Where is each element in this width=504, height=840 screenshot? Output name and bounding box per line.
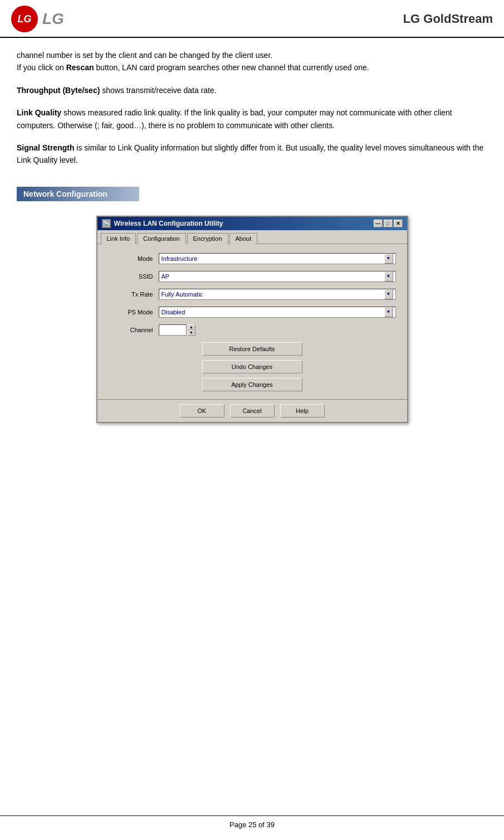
channel-row: Channel ▲ ▼ <box>109 324 396 336</box>
psmode-control: Disabled ▼ <box>159 307 396 318</box>
maximize-button[interactable]: □ <box>384 220 393 227</box>
txrate-label: Tx Rate <box>109 291 153 298</box>
psmode-select[interactable]: Disabled ▼ <box>159 307 396 318</box>
ssid-dropdown-arrow[interactable]: ▼ <box>384 271 393 281</box>
apply-changes-button[interactable]: Apply Changes <box>202 378 302 391</box>
dialog-app-icon: 📡 <box>102 219 111 228</box>
dialog-titlebar: 📡 Wireless LAN Configuration Utility — □… <box>97 217 407 230</box>
ok-button[interactable]: OK <box>180 404 224 417</box>
section-header: Network Configuration <box>17 187 139 201</box>
mode-dropdown-arrow[interactable]: ▼ <box>384 254 393 264</box>
tab-about[interactable]: About <box>229 233 258 244</box>
dialog-footer: OK Cancel Help <box>97 399 407 422</box>
paragraph-throughput: Throughput (Byte/sec) shows transmit/rec… <box>17 84 487 96</box>
channel-up-button[interactable]: ▲ <box>188 324 195 330</box>
mode-select[interactable]: Infrastructure ▼ <box>159 253 396 264</box>
cancel-button[interactable]: Cancel <box>230 404 275 417</box>
undo-changes-button[interactable]: Undo Changes <box>202 360 302 373</box>
ssid-control: AP ▼ <box>159 271 396 282</box>
page-number: Page 25 of 39 <box>229 820 275 829</box>
channel-input[interactable] <box>159 324 187 336</box>
config-dialog: 📡 Wireless LAN Configuration Utility — □… <box>96 216 408 423</box>
lg-logo: LG <box>11 6 38 32</box>
mode-row: Mode Infrastructure ▼ <box>109 253 396 264</box>
dialog-body: Mode Infrastructure ▼ SSID AP ▼ <box>97 244 407 399</box>
psmode-dropdown-arrow[interactable]: ▼ <box>384 307 393 317</box>
ssid-select[interactable]: AP ▼ <box>159 271 396 282</box>
dialog-title: Wireless LAN Configuration Utility <box>114 220 223 227</box>
dialog-window-controls[interactable]: — □ ✕ <box>374 220 403 227</box>
channel-label: Channel <box>109 327 153 333</box>
minimize-button[interactable]: — <box>374 220 383 227</box>
tab-encryption[interactable]: Encryption <box>187 233 228 244</box>
ssid-label: SSID <box>109 273 153 280</box>
dialog-action-buttons: Restore Defaults Undo Changes Apply Chan… <box>109 342 396 391</box>
txrate-select[interactable]: Fully Automatic ▼ <box>159 289 396 300</box>
psmode-label: PS Mode <box>109 309 153 315</box>
psmode-row: PS Mode Disabled ▼ <box>109 307 396 318</box>
paragraph-signal-strength: Signal Strength is similar to Link Quali… <box>17 142 487 167</box>
page-footer: Page 25 of 39 <box>0 815 504 829</box>
channel-spinner: ▲ ▼ <box>159 324 195 336</box>
page-header: LG LG LG GoldStream <box>0 0 504 38</box>
mode-label: Mode <box>109 255 153 262</box>
titlebar-left: 📡 Wireless LAN Configuration Utility <box>102 219 223 228</box>
page-title: LG GoldStream <box>403 12 493 26</box>
ssid-row: SSID AP ▼ <box>109 271 396 282</box>
txrate-row: Tx Rate Fully Automatic ▼ <box>109 289 396 300</box>
dialog-wrapper: 📡 Wireless LAN Configuration Utility — □… <box>17 216 487 423</box>
txrate-dropdown-arrow[interactable]: ▼ <box>384 289 393 299</box>
logo-label: LG <box>42 10 64 28</box>
mode-control: Infrastructure ▼ <box>159 253 396 264</box>
dialog-tabs: Link Info Configuration Encryption About <box>97 230 407 244</box>
channel-down-button[interactable]: ▼ <box>188 330 195 336</box>
channel-spinner-buttons: ▲ ▼ <box>188 324 195 336</box>
restore-defaults-button[interactable]: Restore Defaults <box>202 342 302 356</box>
tab-link-info[interactable]: Link Info <box>101 233 136 244</box>
txrate-control: Fully Automatic ▼ <box>159 289 396 300</box>
paragraph-1: channel number is set by the client and … <box>17 49 487 74</box>
paragraph-link-quality: Link Quality shows measured radio link q… <box>17 106 487 132</box>
help-button[interactable]: Help <box>280 404 325 417</box>
main-content: channel number is set by the client and … <box>0 38 504 445</box>
channel-control: ▲ ▼ <box>159 324 396 336</box>
tab-configuration[interactable]: Configuration <box>137 233 185 244</box>
logo-area: LG LG <box>11 6 64 32</box>
close-button[interactable]: ✕ <box>394 220 403 227</box>
